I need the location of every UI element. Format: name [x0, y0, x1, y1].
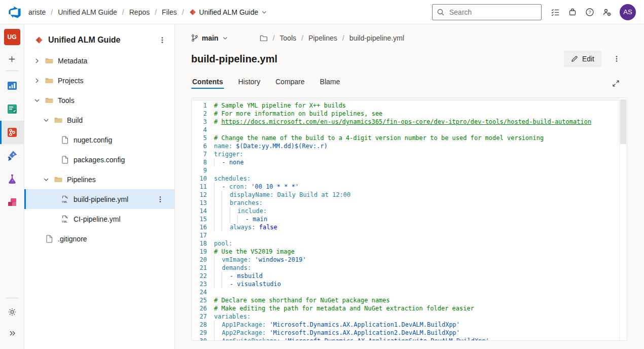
repo-icon	[189, 9, 196, 16]
rail-item-repos[interactable]	[0, 121, 24, 144]
svg-text:YML: YML	[62, 220, 68, 223]
chevron-down-icon[interactable]	[43, 117, 50, 123]
help-icon[interactable]: ?	[581, 4, 598, 21]
code-line: 15- main	[192, 215, 627, 223]
code-viewer: 1# Sample YML pipeline for X++ builds2# …	[191, 97, 627, 341]
chevron-down-icon[interactable]	[43, 177, 50, 183]
code-line: 30AppSuitePackage: 'Microsoft.Dynamics.A…	[192, 337, 627, 341]
path-item[interactable]: Pipelines	[308, 34, 337, 42]
file-tree-panel: Unified ALM Guide MetadataProjectsToolsB…	[24, 24, 175, 349]
edit-button-label: Edit	[582, 55, 594, 63]
code-token: AppSuitePackage:	[222, 337, 280, 341]
tree-item-label: Build	[67, 116, 83, 124]
code-token: trigger:	[214, 151, 243, 158]
repo-selector[interactable]: Unified ALM Guide	[189, 8, 268, 16]
tab-compare[interactable]: Compare	[274, 78, 306, 91]
expand-rail-chevrons-icon[interactable]	[0, 323, 24, 344]
code-line: 10schedules:	[192, 174, 627, 183]
marketplace-bag-icon[interactable]	[564, 4, 581, 21]
indent-guide	[214, 321, 222, 329]
indent-guide	[237, 215, 245, 223]
breadcrumb-item[interactable]: Files	[162, 8, 177, 16]
rail-item-overview[interactable]	[0, 74, 24, 97]
rail-item-pipelines[interactable]	[0, 144, 24, 167]
branch-selector[interactable]: main	[191, 34, 228, 42]
path-item[interactable]: Tools	[280, 34, 297, 42]
tree-item-more-icon[interactable]	[153, 192, 167, 206]
tree-item-pipelines[interactable]: Pipelines	[24, 169, 174, 189]
code-line: 18pool:	[192, 239, 627, 248]
top-bar: ariste/Unified ALM Guide/Repos/Files / U…	[0, 0, 644, 24]
add-project-button[interactable]	[0, 48, 24, 69]
code-token: displayName:	[230, 191, 274, 198]
folder-icon	[54, 116, 62, 124]
branch-name: main	[202, 34, 219, 42]
project-settings-gear-icon[interactable]	[0, 301, 24, 323]
tasklist-icon[interactable]	[547, 4, 564, 21]
tree-item-tools[interactable]: Tools	[24, 90, 174, 110]
project-avatar[interactable]: UG	[4, 29, 20, 45]
tree-item--gitignore[interactable]: .gitignore	[24, 229, 174, 249]
repo-more-icon[interactable]	[155, 33, 169, 47]
tree-item-projects[interactable]: Projects	[24, 71, 174, 90]
tree-item-label: build-pipeline.yml	[74, 195, 128, 203]
indent-guide	[230, 215, 237, 223]
code-line-text: - cron: '00 10 * * *'	[214, 183, 299, 191]
code-line-text: AppSuitePackage: 'Microsoft.Dynamics.AX.…	[214, 337, 489, 341]
tree-item-ci-pipeline-yml[interactable]: YMLCI-pipeline.yml	[24, 209, 174, 229]
rail-item-artifacts[interactable]	[0, 191, 24, 214]
code-token: vmImage:	[222, 256, 251, 263]
line-number: 1	[192, 101, 214, 110]
tree-item-build-pipeline-yml[interactable]: YMLbuild-pipeline.yml	[24, 189, 174, 209]
breadcrumb-item[interactable]: Repos	[129, 8, 150, 16]
rail-item-boards[interactable]	[0, 97, 24, 121]
code-line-text: displayName: Daily Build at 12:00	[214, 191, 350, 199]
line-number: 5	[192, 134, 214, 142]
code-token: msbuild	[237, 272, 263, 280]
search-input[interactable]	[448, 8, 537, 17]
code-token: -	[222, 183, 229, 190]
code-line: 3# https://docs.microsoft.com/en-us/dyna…	[192, 118, 627, 126]
fullscreen-icon[interactable]	[612, 80, 620, 87]
tree-item-metadata[interactable]: Metadata	[24, 51, 174, 71]
page-title: build-pipeline.yml	[191, 53, 277, 65]
code-link[interactable]: https://docs.microsoft.com/en-us/dynamic…	[221, 118, 591, 125]
azure-devops-logo-icon[interactable]	[8, 6, 21, 19]
chevron-down-icon	[261, 9, 267, 15]
code-line: 24	[192, 288, 627, 296]
chevron-right-icon[interactable]	[33, 78, 41, 84]
tab-contents[interactable]: Contents	[191, 78, 224, 91]
breadcrumb-separator: /	[155, 8, 157, 16]
tab-blame[interactable]: Blame	[319, 78, 341, 91]
chevron-down-icon[interactable]	[33, 97, 41, 103]
folder-icon	[54, 176, 62, 184]
topbar-actions: ?	[547, 4, 616, 21]
search-icon	[437, 8, 445, 16]
rail-item-test-plans[interactable]	[0, 167, 24, 191]
test-plans-icon	[6, 173, 18, 185]
code-token: # Use the VS2019 image	[214, 248, 295, 255]
line-number: 26	[192, 304, 214, 312]
branch-icon	[191, 34, 198, 42]
avatar[interactable]: AS	[620, 4, 636, 20]
path-breadcrumb: /Tools/Pipelines/build-pipeline.yml	[260, 34, 404, 42]
user-settings-icon[interactable]	[598, 4, 616, 21]
repo-header: Unified ALM Guide	[24, 29, 174, 51]
code-token: variables:	[214, 313, 251, 320]
tree-item-packages-config[interactable]: packages.config	[24, 150, 174, 169]
code-scrollbar-thumb[interactable]	[620, 99, 626, 144]
chevron-right-icon[interactable]	[33, 58, 41, 64]
code-line: 17	[192, 231, 627, 239]
code-line: 14include:	[192, 207, 627, 215]
code-line-text: include:	[214, 207, 267, 215]
edit-button[interactable]: Edit	[564, 51, 601, 67]
breadcrumb-item[interactable]: Unified ALM Guide	[58, 8, 117, 16]
code-token: -	[230, 272, 237, 280]
tab-history[interactable]: History	[237, 78, 262, 91]
line-number: 7	[192, 150, 214, 158]
tree-item-nuget-config[interactable]: nuget.config	[24, 130, 174, 150]
code-token: schedules:	[214, 175, 251, 182]
tree-item-build[interactable]: Build	[24, 110, 174, 130]
breadcrumb-item[interactable]: ariste	[28, 8, 46, 16]
file-more-icon[interactable]	[610, 52, 624, 66]
